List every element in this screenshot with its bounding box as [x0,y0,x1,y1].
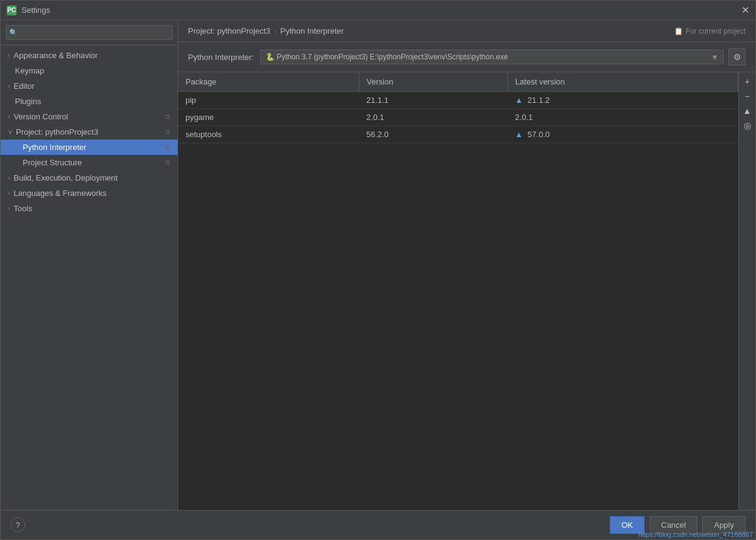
package-name: pip [178,92,359,109]
eye-icon: ◎ [744,121,751,130]
package-latest: 2.0.1 [507,109,738,126]
settings-dialog: PC Settings ✕ 🔍 › Appearance & Behavior [0,0,756,540]
copy-icon: ⧉ [165,159,170,167]
sidebar-item-tools[interactable]: › Tools [1,201,178,216]
watermark: https://blog.csdn.net/weixin_47166887 [636,530,755,539]
table-row[interactable]: setuptools 56.2.0 ▲ 57.0.0 [178,126,738,143]
latest-version-value: 57.0.0 [528,130,550,139]
remove-package-button[interactable]: − [741,89,754,103]
search-box: 🔍 [1,20,178,45]
table-header-row: Package Version Latest version [178,72,738,92]
package-version: 2.0.1 [359,109,508,126]
interpreter-bar: Python Interpreter: 🐍 Python 3.7 (python… [178,42,755,72]
gear-icon: ⚙ [733,52,741,62]
packages-area: Package Version Latest version pip 21.1.… [178,72,755,510]
scroll-up-button[interactable]: ▲ [741,104,754,118]
chevron-down-icon: ∨ [8,129,12,135]
chevron-right-icon: › [8,52,10,59]
breadcrumb-parent: Project: pythonProject3 [188,26,270,36]
spacer [8,98,12,105]
packages-table: Package Version Latest version pip 21.1.… [178,72,738,143]
breadcrumb: Project: pythonProject3 › Python Interpr… [178,20,755,42]
sidebar-item-plugins[interactable]: Plugins [1,94,178,109]
breadcrumb-right: 📋 For current project [674,27,746,36]
breadcrumb-current: Python Interpreter [280,26,344,36]
search-icon: 🔍 [9,29,18,37]
spacer [8,67,12,74]
minus-icon: − [744,91,749,101]
sidebar-item-build[interactable]: › Build, Execution, Deployment [1,170,178,186]
chevron-right-icon: › [8,113,10,120]
sidebar-item-project[interactable]: ∨ Project: pythonProject3 ⧉ [1,124,178,140]
column-header-version: Version [359,72,508,92]
packages-sidebar-buttons: + − ▲ ◎ [738,72,755,510]
title-bar-title: Settings [21,6,741,15]
sidebar-item-python-interpreter[interactable]: Python Interpreter ⧉ [1,140,178,155]
help-button[interactable]: ? [10,517,25,532]
package-name: setuptools [178,126,359,143]
packages-table-wrapper: Package Version Latest version pip 21.1.… [178,72,738,510]
sidebar-item-project-structure[interactable]: Project Structure ⧉ [1,155,178,170]
column-header-package: Package [178,72,359,92]
sidebar-item-languages[interactable]: › Languages & Frameworks [1,186,178,201]
package-version: 21.1.1 [359,92,508,109]
interpreter-select[interactable]: 🐍 Python 3.7 (pythonProject3) E:\pythonP… [260,50,724,64]
help-icon: ? [15,520,20,530]
table-row[interactable]: pygame 2.0.1 2.0.1 [178,109,738,126]
chevron-right-icon: › [8,190,10,197]
search-input[interactable] [6,25,173,40]
interpreter-select-wrapper: 🐍 Python 3.7 (pythonProject3) E:\pythonP… [260,50,724,64]
package-latest: ▲ 57.0.0 [507,126,738,143]
content-area: Project: pythonProject3 › Python Interpr… [178,20,755,510]
plus-icon: + [744,77,749,86]
sidebar-item-appearance[interactable]: › Appearance & Behavior [1,48,178,63]
chevron-right-icon: › [8,205,10,212]
copy-icon: ⧉ [165,143,170,151]
copy-icon: ⧉ [165,113,170,121]
upgrade-arrow-icon: ▲ [515,130,523,139]
sidebar-item-version-control[interactable]: › Version Control ⧉ [1,109,178,124]
breadcrumb-right-label: For current project [686,27,746,36]
interpreter-label: Python Interpreter: [188,53,254,62]
gear-button[interactable]: ⚙ [728,48,746,66]
close-button[interactable]: ✕ [741,6,749,15]
sidebar-item-keymap[interactable]: Keymap [1,63,178,78]
chevron-right-icon: › [8,174,10,181]
app-icon: PC [7,6,17,15]
breadcrumb-separator: › [274,26,276,36]
scroll-up-icon: ▲ [743,106,752,116]
package-latest: ▲ 21.1.2 [507,92,738,109]
upgrade-arrow-icon: ▲ [515,96,523,105]
clipboard-icon: 📋 [674,27,683,36]
package-version: 56.2.0 [359,126,508,143]
package-name: pygame [178,109,359,126]
chevron-right-icon: › [8,83,10,89]
add-package-button[interactable]: + [741,75,754,88]
table-row[interactable]: pip 21.1.1 ▲ 21.1.2 [178,92,738,109]
copy-icon: ⧉ [165,128,170,136]
latest-version-value: 21.1.2 [528,96,550,105]
column-header-latest: Latest version [507,72,738,92]
nav-tree: › Appearance & Behavior Keymap › Editor … [1,45,178,510]
main-content: 🔍 › Appearance & Behavior Keymap › [1,20,755,510]
eye-button[interactable]: ◎ [741,119,754,132]
title-bar: PC Settings ✕ [1,1,755,20]
sidebar: 🔍 › Appearance & Behavior Keymap › [1,20,178,510]
sidebar-item-editor[interactable]: › Editor [1,78,178,94]
